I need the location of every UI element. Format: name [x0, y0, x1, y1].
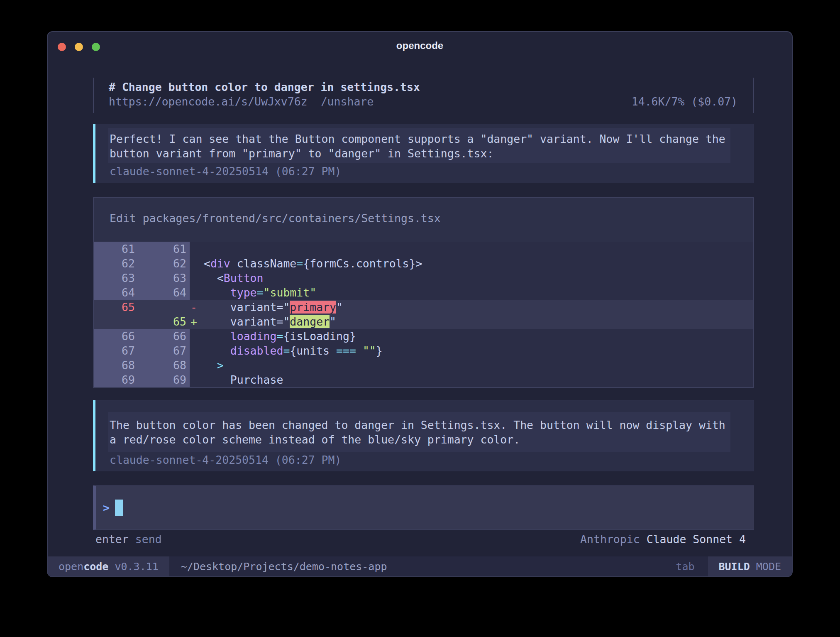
old-line-number: 61	[94, 242, 135, 256]
diff-gutter: 6666	[94, 329, 190, 343]
code-token: =	[257, 286, 264, 299]
unshare-command[interactable]: /unshare	[321, 95, 374, 108]
code-token: variant="	[197, 315, 290, 328]
code-token: Button	[224, 272, 264, 284]
mode-primary: BUILD	[719, 561, 750, 573]
desktop: { "titlebar": { "title": "opencode" }, "…	[0, 0, 840, 637]
tab-key-hint[interactable]: tab	[676, 561, 694, 573]
code-token: primary	[290, 301, 336, 314]
old-line-number	[94, 314, 135, 329]
new-line-number: 66	[135, 329, 186, 343]
assistant-message: The button color has been changed to dan…	[93, 400, 754, 471]
diff-code-line: disabled={units === ""}	[190, 343, 753, 358]
diff-gutter: 6767	[94, 343, 190, 358]
new-line-number: 65	[135, 314, 186, 329]
message-model-meta: claude-sonnet-4-20250514 (06:27 PM)	[108, 164, 743, 179]
code-token: <	[190, 257, 210, 270]
diff-gutter: 6969	[94, 372, 190, 387]
diff-row: 65+ variant="danger"	[94, 314, 753, 329]
code-token: "submit"	[264, 286, 317, 299]
old-line-number: 67	[94, 343, 135, 358]
code-token: className	[230, 257, 297, 270]
diff-row: 6969 Purchase	[94, 372, 753, 387]
diff-code-line: + variant="danger"	[190, 314, 753, 329]
provider-name: Anthropic	[580, 533, 640, 546]
code-token: {isLoading}	[283, 330, 356, 343]
message-text: Perfect! I can see that the Button compo…	[108, 128, 730, 163]
diff-code-line: type="submit"	[190, 285, 753, 300]
message-text: The button color has been changed to dan…	[108, 412, 730, 452]
code-token	[190, 359, 217, 372]
new-line-number: 63	[135, 271, 186, 285]
new-line-number: 67	[135, 343, 186, 358]
diff-row: 65- variant="primary"	[94, 300, 753, 314]
diff-row: 6363 <Button	[94, 271, 753, 285]
working-directory: ~/Desktop/Projects/demo-notes-app	[181, 561, 387, 573]
old-line-number: 64	[94, 285, 135, 300]
code-token	[190, 344, 230, 357]
text-cursor	[115, 500, 123, 516]
model-indicator: AnthropicClaude Sonnet 4	[580, 532, 746, 546]
diff-code-line: <Button	[190, 271, 753, 285]
code-token: {formCs.controls}>	[303, 257, 422, 270]
assistant-message: Perfect! I can see that the Button compo…	[93, 124, 754, 183]
diff-gutter: 6868	[94, 358, 190, 372]
opencode-window: opencode # Change button color to danger…	[47, 31, 793, 577]
diff-row: 6767 disabled={units === ""}	[94, 343, 753, 358]
code-token	[190, 330, 230, 343]
send-hint: entersend	[95, 532, 162, 546]
mode-secondary: MODE	[756, 561, 781, 573]
diff-gutter: 6363	[94, 271, 190, 285]
code-token: Purchase	[190, 373, 283, 386]
code-token	[356, 344, 363, 357]
code-token: variant="	[197, 301, 290, 314]
diff-code-line: Purchase	[190, 372, 753, 387]
code-token: ""	[363, 344, 376, 357]
code-token: =	[283, 344, 290, 357]
new-line-number: 69	[135, 372, 186, 387]
diff-rows: 61616262 <div className={formCs.controls…	[94, 242, 753, 387]
prompt-symbol: >	[103, 501, 110, 514]
old-line-number: 68	[94, 358, 135, 372]
app-name-suffix: code	[83, 561, 108, 573]
code-token: -	[190, 301, 197, 314]
session-title: # Change button color to danger in setti…	[109, 80, 737, 94]
message-model-meta: claude-sonnet-4-20250514 (06:27 PM)	[108, 453, 743, 467]
code-token: }	[376, 344, 383, 357]
old-line-number: 66	[94, 329, 135, 343]
diff-file-title: Edit packages/frontend/src/containers/Se…	[94, 198, 753, 242]
share-url-link[interactable]: https://opencode.ai/s/UwJxv76z	[109, 95, 308, 108]
diff-gutter: 6161	[94, 242, 190, 256]
diff-row: 6666 loading={isLoading}	[94, 329, 753, 343]
diff-panel: Edit packages/frontend/src/containers/Se…	[93, 197, 754, 388]
diff-row: 6868 >	[94, 358, 753, 372]
status-bar: opencodev0.3.11 ~/Desktop/Projects/demo-…	[48, 556, 792, 576]
old-line-number: 63	[94, 271, 135, 285]
code-token: type	[230, 286, 257, 299]
hint-bar: entersend AnthropicClaude Sonnet 4	[93, 532, 754, 546]
app-name-prefix: open	[59, 561, 83, 573]
code-token: "	[330, 315, 336, 328]
diff-code-line: <div className={formCs.controls}>	[190, 256, 753, 271]
code-token: =	[296, 257, 303, 270]
app-version-chip: opencodev0.3.11	[48, 556, 169, 576]
share-links: https://opencode.ai/s/UwJxv76z/unshare	[109, 94, 374, 109]
new-line-number: 64	[135, 285, 186, 300]
code-token: ===	[336, 344, 356, 357]
diff-gutter: 6262	[94, 256, 190, 271]
code-token: <	[190, 272, 224, 284]
diff-gutter: 6464	[94, 285, 190, 300]
code-token: "	[336, 301, 343, 314]
app-version: v0.3.11	[115, 561, 158, 573]
code-token: >	[217, 359, 224, 372]
prompt-input[interactable]: >	[93, 485, 754, 530]
old-line-number: 62	[94, 256, 135, 271]
share-meta-row: https://opencode.ai/s/UwJxv76z/unshare 1…	[109, 94, 737, 109]
new-line-number: 61	[135, 242, 186, 256]
titlebar: opencode	[48, 32, 792, 58]
diff-gutter: 65	[94, 314, 190, 329]
enter-key-hint: enter	[95, 533, 129, 546]
code-token: =	[276, 330, 283, 343]
diff-code-line: loading={isLoading}	[190, 329, 753, 343]
code-token: div	[210, 257, 230, 270]
